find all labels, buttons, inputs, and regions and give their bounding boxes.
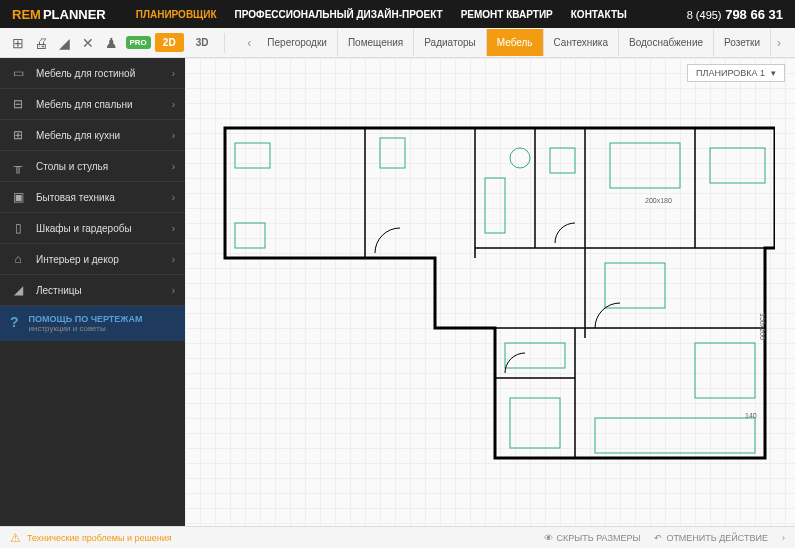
svg-rect-12 bbox=[380, 138, 405, 168]
svg-rect-17 bbox=[510, 398, 560, 448]
sidebar-item-tables[interactable]: ╥ Столы и стулья › bbox=[0, 151, 185, 182]
svg-rect-16 bbox=[505, 343, 565, 368]
view-3d-button[interactable]: 3D bbox=[188, 33, 217, 52]
undo-icon: ↶ bbox=[654, 533, 662, 543]
phone-main: 798 66 31 bbox=[725, 7, 783, 22]
layout-selector[interactable]: ПЛАНИРОВКА 1 ▾ bbox=[687, 64, 785, 82]
svg-point-20 bbox=[510, 148, 530, 168]
stairs-icon: ◢ bbox=[10, 282, 26, 298]
appliance-icon: ▣ bbox=[10, 189, 26, 205]
chevron-right-icon[interactable]: › bbox=[782, 533, 785, 543]
svg-rect-19 bbox=[695, 343, 755, 398]
sidebar-item-stairs[interactable]: ◢ Лестницы › bbox=[0, 275, 185, 306]
nav-planner[interactable]: ПЛАНИРОВЩИК bbox=[136, 9, 217, 20]
sidebar-item-label: Бытовая техника bbox=[36, 192, 162, 203]
layout-label: ПЛАНИРОВКА 1 bbox=[696, 68, 765, 78]
sidebar-item-label: Интерьер и декор bbox=[36, 254, 162, 265]
svg-rect-13 bbox=[610, 143, 680, 188]
logo-rem: REM bbox=[12, 7, 41, 22]
help-text: ПОМОЩЬ ПО ЧЕРТЕЖАМ инструкции и советы bbox=[29, 314, 143, 333]
logo-planner: PLANNER bbox=[43, 7, 106, 22]
nav-design[interactable]: ПРОФЕССИОНАЛЬНЫЙ ДИЗАЙН-ПРОЕКТ bbox=[235, 9, 443, 20]
tools-icon[interactable]: ✕ bbox=[79, 32, 99, 54]
svg-rect-11 bbox=[235, 223, 265, 248]
category-tabs: ‹ Перегородки Помещения Радиаторы Мебель… bbox=[241, 29, 787, 56]
kitchen-icon: ⊞ bbox=[10, 127, 26, 143]
dim-label: 200x180 bbox=[645, 197, 672, 204]
warning-icon: ⚠ bbox=[10, 531, 21, 545]
tab-radiators[interactable]: Радиаторы bbox=[414, 29, 486, 56]
tab-rooms[interactable]: Помещения bbox=[338, 29, 414, 56]
chevron-right-icon: › bbox=[172, 161, 175, 172]
sidebar-item-appliances[interactable]: ▣ Бытовая техника › bbox=[0, 182, 185, 213]
svg-rect-18 bbox=[595, 418, 755, 453]
sidebar-item-decor[interactable]: ⌂ Интерьер и декор › bbox=[0, 244, 185, 275]
svg-rect-14 bbox=[710, 148, 765, 183]
chevron-down-icon: ▾ bbox=[771, 68, 776, 78]
phone-prefix: 8 (495) bbox=[687, 9, 722, 21]
sidebar-item-label: Мебель для кухни bbox=[36, 130, 162, 141]
tab-walls[interactable]: Перегородки bbox=[257, 29, 338, 56]
dim-label: 150x200 bbox=[759, 313, 766, 340]
help-title: ПОМОЩЬ ПО ЧЕРТЕЖАМ bbox=[29, 314, 143, 324]
sidebar-help[interactable]: ? ПОМОЩЬ ПО ЧЕРТЕЖАМ инструкции и советы bbox=[0, 306, 185, 341]
chevron-right-icon: › bbox=[172, 130, 175, 141]
chevron-right-icon: › bbox=[172, 254, 175, 265]
table-icon: ╥ bbox=[10, 158, 26, 174]
undo-button[interactable]: ↶ ОТМЕНИТЬ ДЕЙСТВИЕ bbox=[654, 533, 768, 543]
chevron-right-icon: › bbox=[172, 192, 175, 203]
print-icon[interactable]: 🖨 bbox=[32, 32, 52, 54]
sofa-icon: ▭ bbox=[10, 65, 26, 81]
main-area: ▭ Мебель для гостиной › ⊟ Мебель для спа… bbox=[0, 58, 795, 526]
tab-plumbing[interactable]: Сантехника bbox=[544, 29, 620, 56]
tab-sockets[interactable]: Розетки bbox=[714, 29, 771, 56]
phone: 8 (495) 798 66 31 bbox=[687, 7, 783, 22]
svg-rect-15 bbox=[605, 263, 665, 308]
sidebar: ▭ Мебель для гостиной › ⊟ Мебель для спа… bbox=[0, 58, 185, 526]
chevron-right-icon: › bbox=[172, 285, 175, 296]
ruler-icon[interactable]: ◢ bbox=[55, 32, 75, 54]
sidebar-item-label: Мебель для спальни bbox=[36, 99, 162, 110]
separator bbox=[224, 33, 225, 53]
chevron-right-icon: › bbox=[172, 99, 175, 110]
svg-rect-22 bbox=[550, 148, 575, 173]
chevron-right-icon: › bbox=[172, 223, 175, 234]
svg-rect-10 bbox=[235, 143, 270, 168]
undo-label: ОТМЕНИТЬ ДЕЙСТВИЕ bbox=[666, 533, 768, 543]
pro-badge[interactable]: PRO bbox=[126, 36, 151, 49]
dim-label: 140 bbox=[745, 412, 757, 419]
logo[interactable]: REMPLANNER bbox=[12, 7, 106, 22]
sidebar-item-label: Столы и стулья bbox=[36, 161, 162, 172]
footer-issues-link[interactable]: Технические проблемы и решения bbox=[27, 533, 172, 543]
toolbar: ⊞ 🖨 ◢ ✕ ♟ PRO 2D 3D ‹ Перегородки Помеще… bbox=[0, 28, 795, 58]
bed-icon: ⊟ bbox=[10, 96, 26, 112]
help-icon: ? bbox=[10, 314, 19, 333]
sidebar-item-wardrobes[interactable]: ▯ Шкафы и гардеробы › bbox=[0, 213, 185, 244]
house-icon: ⌂ bbox=[10, 251, 26, 267]
sidebar-item-label: Лестницы bbox=[36, 285, 162, 296]
layers-icon[interactable]: ⊞ bbox=[8, 32, 28, 54]
tabs-next-icon[interactable]: › bbox=[771, 36, 787, 50]
app-header: REMPLANNER ПЛАНИРОВЩИК ПРОФЕССИОНАЛЬНЫЙ … bbox=[0, 0, 795, 28]
tab-furniture[interactable]: Мебель bbox=[487, 29, 544, 56]
wardrobe-icon: ▯ bbox=[10, 220, 26, 236]
sidebar-item-label: Шкафы и гардеробы bbox=[36, 223, 162, 234]
user-icon[interactable]: ♟ bbox=[102, 32, 122, 54]
footer: ⚠ Технические проблемы и решения 👁 СКРЫТ… bbox=[0, 526, 795, 548]
footer-actions: 👁 СКРЫТЬ РАЗМЕРЫ ↶ ОТМЕНИТЬ ДЕЙСТВИЕ › bbox=[544, 533, 785, 543]
help-sub: инструкции и советы bbox=[29, 324, 143, 333]
hide-dims-button[interactable]: 👁 СКРЫТЬ РАЗМЕРЫ bbox=[544, 533, 641, 543]
tab-water[interactable]: Водоснабжение bbox=[619, 29, 714, 56]
view-2d-button[interactable]: 2D bbox=[155, 33, 184, 52]
tabs-prev-icon[interactable]: ‹ bbox=[241, 36, 257, 50]
svg-rect-21 bbox=[485, 178, 505, 233]
sidebar-item-living[interactable]: ▭ Мебель для гостиной › bbox=[0, 58, 185, 89]
canvas[interactable]: ПЛАНИРОВКА 1 ▾ bbox=[185, 58, 795, 526]
sidebar-item-label: Мебель для гостиной bbox=[36, 68, 162, 79]
floorplan[interactable]: 200x180 150x200 140 bbox=[215, 118, 775, 498]
nav-contacts[interactable]: КОНТАКТЫ bbox=[571, 9, 627, 20]
sidebar-item-kitchen[interactable]: ⊞ Мебель для кухни › bbox=[0, 120, 185, 151]
nav-repair[interactable]: РЕМОНТ КВАРТИР bbox=[461, 9, 553, 20]
sidebar-item-bedroom[interactable]: ⊟ Мебель для спальни › bbox=[0, 89, 185, 120]
eye-icon: 👁 bbox=[544, 533, 553, 543]
